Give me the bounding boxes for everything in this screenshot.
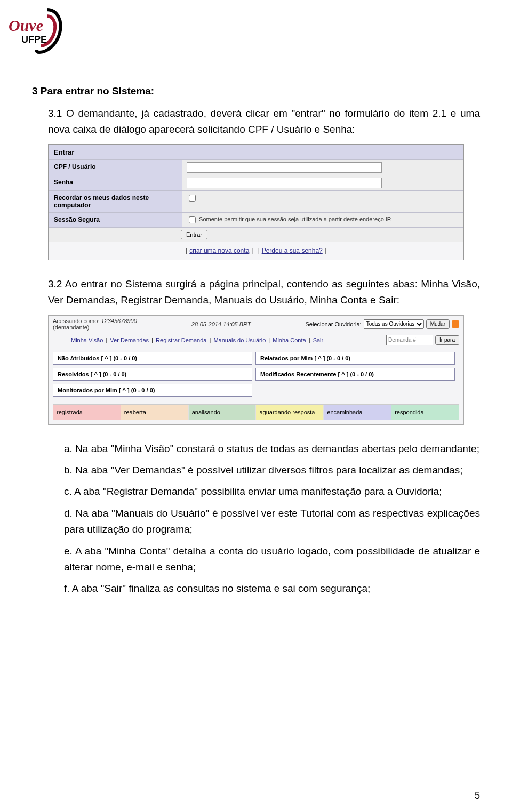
irpara-button[interactable]: Ir para [435,335,459,345]
mudar-button[interactable]: Mudar [426,319,450,329]
ouvidoria-label: Selecionar Ouvidoria: [305,321,361,327]
paragraph-3-1: 3.1 O demandante, já cadastrado, deverá … [48,106,480,138]
panel-resolvidos[interactable]: Resolvidos [ ^ ] (0 - 0 / 0) [53,368,252,381]
timestamp: 28-05-2014 14:05 BRT [191,321,251,327]
logo: Ouve UFPE [5,5,75,59]
logo-sub-text: UFPE [21,34,47,45]
perdeu-senha-link[interactable]: Perdeu a sua senha? [262,247,323,254]
cpf-label: CPF / Usuário [49,160,182,175]
logo-brand-text: Ouve [9,17,43,34]
criar-conta-link[interactable]: criar uma nova conta [189,247,249,254]
status-analisando: analisando [189,405,257,420]
paragraph-3-2: 3.2 Ao entrar no Sistema surgirá a págin… [48,276,480,309]
panel-relatados[interactable]: Relatados por Mim [ ^ ] (0 - 0 / 0) [255,352,455,365]
cpf-input[interactable] [187,162,382,173]
login-header: Entrar [49,145,463,160]
login-form-screenshot: Entrar CPF / Usuário Senha Recordar os m… [48,144,464,260]
status-legend: registrada reaberta analisando aguardand… [53,404,459,420]
nav-tabs: Minha Visão | Ver Demandas | Registrar D… [70,337,324,343]
tab-ver-demandas[interactable]: Ver Demandas [110,337,149,343]
status-respondida: respondida [391,405,459,420]
item-a: a. Na aba "Minha Visão" constará o statu… [64,441,480,457]
item-b: b. Na aba "Ver Demandas" é possível util… [64,462,480,478]
entrar-button[interactable]: Entrar [181,230,207,239]
page-number: 5 [475,790,480,801]
status-registrada: registrada [53,405,121,420]
access-info: Acessando como: 12345678900 (demandante) [53,318,137,331]
login-links-row: [ criar uma nova conta ] [ Perdeu a sua … [49,242,463,260]
recordar-label: Recordar os meus dados neste computador [49,191,182,212]
senha-input[interactable] [187,178,382,188]
tab-manuais[interactable]: Manuais do Usuário [213,337,266,343]
tab-registrar-demanda[interactable]: Registrar Demanda [156,337,206,343]
sessao-checkbox[interactable] [189,216,196,223]
status-aguardando: aguardando resposta [256,405,324,420]
status-encaminhada: encaminhada [324,405,391,420]
tab-minha-conta[interactable]: Minha Conta [273,337,306,343]
panel-modificados[interactable]: Modificados Recentemente [ ^ ] (0 - 0 / … [255,368,455,381]
recordar-checkbox[interactable] [189,195,196,202]
dashboard-screenshot: Acessando como: 12345678900 (demandante)… [48,315,464,425]
ouvidoria-select[interactable]: Todas as Ouvidorias [364,319,424,329]
item-c: c. A aba "Registrar Demanda" possibilita… [64,484,480,500]
sessao-label: Sessão Segura [49,213,182,227]
demanda-search[interactable] [386,335,433,345]
tab-minha-visao[interactable]: Minha Visão [71,337,103,343]
item-e: e. A aba "Minha Conta" detalha a conta d… [64,543,480,576]
section-heading: 3 Para entrar no Sistema: [32,85,480,97]
senha-label: Senha [49,175,182,190]
panel-nao-atribuidos[interactable]: Não Atribuídos [ ^ ] (0 - 0 / 0) [53,352,252,365]
rss-icon[interactable] [452,320,459,328]
sessao-hint: Somente permitir que sua sessão seja uti… [199,216,392,222]
item-f: f. A aba "Sair" finaliza as consultas no… [64,581,480,597]
item-d: d. Na aba "Manuais do Usuário" é possíve… [64,505,480,538]
tab-sair[interactable]: Sair [313,337,324,343]
status-reaberta: reaberta [121,405,189,420]
panel-monitorados[interactable]: Monitorados por Mim [ ^ ] (0 - 0 / 0) [53,384,252,397]
